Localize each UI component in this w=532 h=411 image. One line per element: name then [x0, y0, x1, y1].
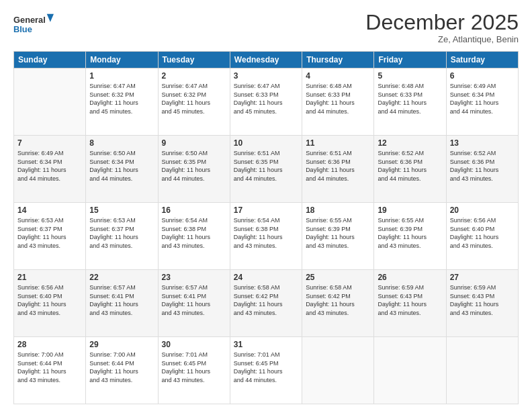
weekday-header: Wednesday [230, 52, 302, 68]
calendar-cell: 4Sunrise: 6:48 AM Sunset: 6:33 PM Daylig… [302, 68, 374, 136]
day-number: 2 [162, 71, 226, 81]
day-number: 9 [162, 138, 226, 148]
title-block: December 2025 Ze, Atlantique, Benin [365, 11, 519, 44]
calendar-cell [374, 337, 446, 404]
day-number: 30 [162, 340, 226, 349]
cell-info: Sunrise: 6:49 AM Sunset: 6:34 PM Dayligh… [450, 82, 515, 116]
calendar-cell: 20Sunrise: 6:56 AM Sunset: 6:40 PM Dayli… [446, 203, 518, 270]
day-number: 21 [17, 273, 82, 282]
calendar-cell: 16Sunrise: 6:54 AM Sunset: 6:38 PM Dayli… [158, 203, 230, 270]
calendar-week-row: 14Sunrise: 6:53 AM Sunset: 6:37 PM Dayli… [14, 203, 519, 270]
day-number: 25 [306, 273, 370, 282]
cell-info: Sunrise: 6:55 AM Sunset: 6:39 PM Dayligh… [378, 216, 442, 250]
calendar-cell: 29Sunrise: 7:00 AM Sunset: 6:44 PM Dayli… [86, 337, 158, 404]
day-number: 12 [378, 138, 442, 148]
day-number: 4 [306, 71, 370, 81]
day-number: 22 [89, 273, 154, 282]
calendar-cell [446, 337, 518, 404]
calendar-week-row: 1Sunrise: 6:47 AM Sunset: 6:32 PM Daylig… [14, 68, 519, 136]
weekday-header: Saturday [446, 52, 518, 68]
cell-info: Sunrise: 6:59 AM Sunset: 6:43 PM Dayligh… [378, 283, 442, 317]
day-number: 15 [89, 205, 154, 215]
calendar-cell: 22Sunrise: 6:57 AM Sunset: 6:41 PM Dayli… [86, 270, 158, 337]
day-number: 1 [89, 71, 154, 81]
day-number: 31 [234, 340, 298, 349]
cell-info: Sunrise: 6:49 AM Sunset: 6:34 PM Dayligh… [17, 149, 82, 183]
svg-text:Blue: Blue [13, 24, 32, 34]
calendar-cell: 10Sunrise: 6:51 AM Sunset: 6:35 PM Dayli… [230, 136, 302, 203]
day-number: 3 [234, 71, 298, 81]
calendar-cell: 27Sunrise: 6:59 AM Sunset: 6:43 PM Dayli… [446, 270, 518, 337]
calendar-cell: 13Sunrise: 6:52 AM Sunset: 6:36 PM Dayli… [446, 136, 518, 203]
weekday-header: Thursday [302, 52, 374, 68]
cell-info: Sunrise: 6:47 AM Sunset: 6:32 PM Dayligh… [162, 82, 226, 116]
calendar-week-row: 28Sunrise: 7:00 AM Sunset: 6:44 PM Dayli… [14, 337, 519, 404]
calendar-cell: 15Sunrise: 6:53 AM Sunset: 6:37 PM Dayli… [86, 203, 158, 270]
calendar-cell: 1Sunrise: 6:47 AM Sunset: 6:32 PM Daylig… [86, 68, 158, 136]
cell-info: Sunrise: 6:50 AM Sunset: 6:34 PM Dayligh… [89, 149, 154, 183]
header: General Blue December 2025 Ze, Atlantiqu… [13, 11, 519, 44]
calendar-body: 1Sunrise: 6:47 AM Sunset: 6:32 PM Daylig… [14, 68, 519, 404]
cell-info: Sunrise: 6:50 AM Sunset: 6:35 PM Dayligh… [162, 149, 226, 183]
logo: General Blue [13, 11, 54, 39]
cell-info: Sunrise: 6:55 AM Sunset: 6:39 PM Dayligh… [306, 216, 370, 250]
day-number: 7 [17, 138, 82, 148]
calendar-cell: 14Sunrise: 6:53 AM Sunset: 6:37 PM Dayli… [14, 203, 86, 270]
calendar-cell: 17Sunrise: 6:54 AM Sunset: 6:38 PM Dayli… [230, 203, 302, 270]
day-number: 19 [378, 205, 442, 215]
day-number: 20 [450, 205, 515, 215]
cell-info: Sunrise: 7:00 AM Sunset: 6:44 PM Dayligh… [89, 351, 154, 384]
day-number: 23 [162, 273, 226, 282]
day-number: 5 [378, 71, 442, 81]
cell-info: Sunrise: 6:57 AM Sunset: 6:41 PM Dayligh… [162, 283, 226, 317]
calendar-cell [302, 337, 374, 404]
location: Ze, Atlantique, Benin [365, 34, 519, 44]
day-number: 13 [450, 138, 515, 148]
cell-info: Sunrise: 6:53 AM Sunset: 6:37 PM Dayligh… [89, 216, 154, 250]
calendar-cell: 12Sunrise: 6:52 AM Sunset: 6:36 PM Dayli… [374, 136, 446, 203]
cell-info: Sunrise: 6:52 AM Sunset: 6:36 PM Dayligh… [378, 149, 442, 183]
calendar-cell: 23Sunrise: 6:57 AM Sunset: 6:41 PM Dayli… [158, 270, 230, 337]
svg-marker-2 [47, 14, 54, 22]
weekday-header: Tuesday [158, 52, 230, 68]
day-number: 8 [89, 138, 154, 148]
day-number: 17 [234, 205, 298, 215]
calendar-cell: 18Sunrise: 6:55 AM Sunset: 6:39 PM Dayli… [302, 203, 374, 270]
cell-info: Sunrise: 6:59 AM Sunset: 6:43 PM Dayligh… [450, 283, 515, 317]
day-number: 10 [234, 138, 298, 148]
calendar-cell: 30Sunrise: 7:01 AM Sunset: 6:45 PM Dayli… [158, 337, 230, 404]
cell-info: Sunrise: 6:58 AM Sunset: 6:42 PM Dayligh… [234, 283, 298, 317]
day-number: 28 [17, 340, 82, 349]
calendar-cell [14, 68, 86, 136]
calendar-cell: 5Sunrise: 6:48 AM Sunset: 6:33 PM Daylig… [374, 68, 446, 136]
cell-info: Sunrise: 6:47 AM Sunset: 6:33 PM Dayligh… [234, 82, 298, 116]
cell-info: Sunrise: 7:00 AM Sunset: 6:44 PM Dayligh… [17, 351, 82, 384]
day-number: 11 [306, 138, 370, 148]
calendar-cell: 31Sunrise: 7:01 AM Sunset: 6:45 PM Dayli… [230, 337, 302, 404]
weekday-header: Monday [86, 52, 158, 68]
calendar-cell: 3Sunrise: 6:47 AM Sunset: 6:33 PM Daylig… [230, 68, 302, 136]
calendar-week-row: 21Sunrise: 6:56 AM Sunset: 6:40 PM Dayli… [14, 270, 519, 337]
svg-text:General: General [13, 15, 46, 25]
day-number: 14 [17, 205, 82, 215]
calendar-cell: 8Sunrise: 6:50 AM Sunset: 6:34 PM Daylig… [86, 136, 158, 203]
calendar-cell: 19Sunrise: 6:55 AM Sunset: 6:39 PM Dayli… [374, 203, 446, 270]
calendar-cell: 2Sunrise: 6:47 AM Sunset: 6:32 PM Daylig… [158, 68, 230, 136]
cell-info: Sunrise: 7:01 AM Sunset: 6:45 PM Dayligh… [234, 351, 298, 384]
weekday-header: Friday [374, 52, 446, 68]
page: General Blue December 2025 Ze, Atlantiqu… [0, 0, 532, 411]
weekday-header: Sunday [14, 52, 86, 68]
calendar-cell: 6Sunrise: 6:49 AM Sunset: 6:34 PM Daylig… [446, 68, 518, 136]
day-number: 6 [450, 71, 515, 81]
cell-info: Sunrise: 6:51 AM Sunset: 6:35 PM Dayligh… [234, 149, 298, 183]
calendar-cell: 9Sunrise: 6:50 AM Sunset: 6:35 PM Daylig… [158, 136, 230, 203]
cell-info: Sunrise: 6:51 AM Sunset: 6:36 PM Dayligh… [306, 149, 370, 183]
calendar-cell: 25Sunrise: 6:58 AM Sunset: 6:42 PM Dayli… [302, 270, 374, 337]
cell-info: Sunrise: 6:52 AM Sunset: 6:36 PM Dayligh… [450, 149, 515, 183]
day-number: 24 [234, 273, 298, 282]
day-number: 26 [378, 273, 442, 282]
cell-info: Sunrise: 6:48 AM Sunset: 6:33 PM Dayligh… [306, 82, 370, 116]
cell-info: Sunrise: 6:53 AM Sunset: 6:37 PM Dayligh… [17, 216, 82, 250]
cell-info: Sunrise: 6:57 AM Sunset: 6:41 PM Dayligh… [89, 283, 154, 317]
cell-info: Sunrise: 6:54 AM Sunset: 6:38 PM Dayligh… [234, 216, 298, 250]
